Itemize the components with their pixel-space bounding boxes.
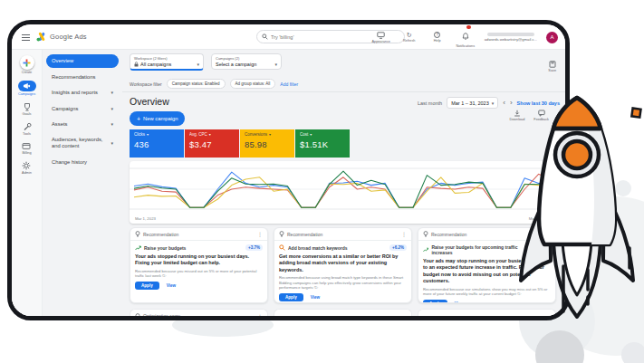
metric-card-conversions[interactable]: Conversions 85.98 (240, 129, 294, 158)
rail-item-goals[interactable]: Goals (23, 102, 32, 116)
account-name-redacted (487, 33, 534, 36)
refresh-icon: ↻ (407, 32, 412, 38)
appearance-button[interactable]: Appearance (370, 32, 392, 43)
divider (122, 91, 565, 92)
notification-badge (466, 25, 471, 29)
page-title: Overview (130, 96, 169, 107)
view-link[interactable]: View (167, 283, 176, 288)
rail-item-tools[interactable]: Tools (23, 122, 32, 136)
add-filter-button[interactable]: Add filter (280, 81, 298, 87)
goals-icon (23, 102, 32, 111)
optimization-score-card[interactable]: Optimization score (130, 309, 268, 320)
create-plus-icon (23, 59, 31, 67)
lightbulb-icon (423, 231, 428, 237)
notifications-icon (462, 33, 469, 40)
chevron-down-icon (111, 90, 113, 96)
lightbulb-icon (135, 231, 140, 237)
metric-card-cost[interactable]: Cost $1.51K (295, 129, 350, 158)
refresh-button[interactable]: ↻ Refresh (399, 32, 420, 43)
rail-item-admin[interactable]: Admin (22, 161, 32, 175)
uplift-badge: +3.7% (245, 244, 263, 251)
sidebar-item-campaigns[interactable]: Campaigns (46, 103, 119, 115)
app-title: Google Ads (50, 33, 87, 41)
save-icon (549, 61, 556, 68)
recommendation-cards: Recommendation Raise your budgets +3.7% (130, 227, 556, 303)
date-range-picker[interactable]: Mar 1 – 31, 2023 (447, 97, 498, 109)
chart-plot-area (130, 165, 557, 212)
help-icon: ? (434, 32, 440, 38)
topbar-actions: Appearance ↻ Refresh ? Help (370, 26, 558, 48)
chevron-down-icon (310, 132, 312, 137)
rail-item-create[interactable]: Create (20, 55, 34, 74)
appearance-icon (377, 32, 385, 39)
topbar: Google Ads Appearance ↻ (12, 24, 565, 50)
recommendation-card-1: Recommendation Raise your budgets +3.7% (130, 227, 268, 303)
sidebar: Overview Recommendations Insights and re… (43, 50, 122, 316)
chip-campaign-status[interactable]: Campaign status: Enabled (167, 79, 226, 89)
apply-button[interactable]: Apply (279, 293, 303, 301)
admin-gear-icon (22, 161, 31, 170)
chevron-down-icon (111, 140, 113, 147)
sidebar-item-change-history[interactable]: Change history (46, 157, 119, 168)
chevron-down-icon (492, 100, 495, 106)
chip-adgroup-status[interactable]: Ad group status: All (230, 79, 276, 89)
kebab-menu-icon[interactable] (401, 231, 407, 237)
recommendation-card-2: Recommendation Add broad match keywords (274, 227, 412, 303)
sidebar-item-overview[interactable]: Overview (46, 54, 119, 68)
trending-up-icon (423, 247, 428, 253)
view-link[interactable]: View (455, 301, 464, 303)
metric-cards: Clicks 436 Avg. CPC $3.47 Conversions 85… (130, 129, 350, 158)
tools-icon (23, 122, 32, 131)
billing-card-icon (22, 142, 31, 150)
partial-card (274, 309, 412, 320)
workspace-filter-dropdown[interactable]: Workspace (2 filters) All campaigns (130, 53, 204, 71)
menu-icon[interactable] (22, 34, 30, 41)
google-ads-window: Google Ads Appearance ↻ (7, 20, 570, 320)
next-card-row: Optimization score (130, 309, 556, 320)
plus-icon: + (137, 116, 140, 122)
kebab-menu-icon[interactable] (257, 231, 263, 237)
save-button[interactable]: Save (548, 61, 556, 72)
rail-item-campaigns[interactable]: Campaigns (18, 81, 36, 96)
lightbulb-icon (135, 313, 140, 320)
sidebar-item-recommendations[interactable]: Recommendations (46, 72, 119, 83)
sidebar-item-assets[interactable]: Assets (46, 119, 119, 130)
chevron-down-icon (197, 62, 199, 67)
lock-icon (134, 62, 139, 67)
metric-card-avg-cpc[interactable]: Avg. CPC $3.47 (185, 129, 239, 158)
avatar[interactable]: A (546, 32, 558, 43)
rail-item-billing[interactable]: Billing (22, 142, 31, 155)
chevron-down-icon (111, 121, 113, 128)
account-info[interactable]: adwords.webartistry@gmail.c... (485, 33, 537, 42)
x-axis-start-label: Mar 1, 2023 (135, 216, 156, 221)
app-body: Create Campaigns (12, 50, 565, 316)
main-content: Workspace (2 filters) All campaigns Camp… (122, 50, 565, 316)
sidebar-item-audiences[interactable]: Audiences, keywords, and content (46, 134, 119, 152)
trending-up-icon (135, 245, 141, 251)
last-month-label: Last month (418, 100, 442, 106)
campaign-select-dropdown[interactable]: Campaigns (2) Select a campaign (211, 53, 282, 70)
apply-button[interactable]: Apply (423, 300, 447, 303)
metric-card-clicks[interactable]: Clicks 436 (130, 129, 184, 158)
rocket-illustration (503, 83, 644, 363)
help-button[interactable]: ? Help (427, 32, 448, 43)
lightbulb-icon (279, 231, 284, 237)
filter-chips-row: Workspace filter Campaign status: Enable… (130, 79, 298, 89)
apply-button[interactable]: Apply (135, 282, 159, 290)
keyword-search-icon (279, 244, 285, 251)
chevron-down-icon (147, 132, 149, 137)
chevron-down-icon (274, 62, 277, 67)
chevron-down-icon (269, 132, 271, 137)
account-email: adwords.webartistry@gmail.c... (485, 37, 537, 42)
performance-chart[interactable]: Mar 1, 2023 Mar 31, 2023 (130, 161, 557, 224)
new-campaign-button[interactable]: + New campaign (130, 111, 185, 126)
view-link[interactable]: View (311, 295, 320, 300)
search-icon (262, 33, 268, 40)
marketing-canvas: { "topbar": { "app_title": "Google Ads",… (0, 0, 644, 363)
uplift-badge: +6.2% (389, 244, 407, 251)
sidebar-item-insights-reports[interactable]: Insights and reports (46, 87, 119, 99)
notifications-button[interactable]: Notifications (455, 27, 476, 48)
google-ads-logo-icon (36, 32, 47, 42)
kebab-menu-icon[interactable] (257, 313, 263, 320)
chevron-down-icon (111, 106, 113, 112)
